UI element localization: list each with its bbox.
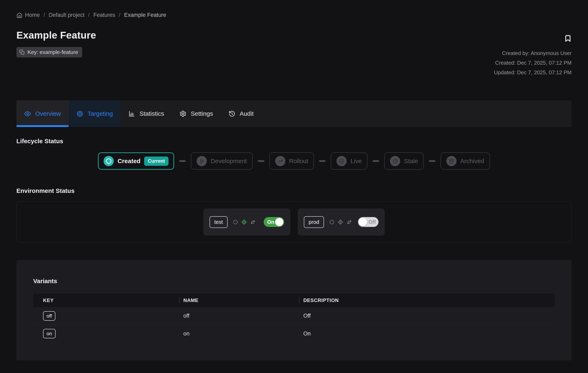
breadcrumb-separator: / (119, 12, 121, 18)
stage-created: Created Current (98, 153, 174, 170)
environment-name: test (210, 216, 228, 228)
variants-table-header-row: KEY NAME DESCRIPTION (33, 294, 555, 307)
environment-card-prod: prod Off (298, 208, 385, 236)
breadcrumb-label: Features (93, 12, 115, 18)
table-row: on on On (33, 325, 555, 342)
updated-date-text: Updated: Dec 7, 2025, 07:12 PM (494, 68, 572, 77)
swap-arrows-icon (346, 219, 352, 225)
gear-icon (179, 110, 186, 117)
feature-tabbar: Overview Targeting Statistics Settings A… (16, 100, 572, 127)
tab-statistics[interactable]: Statistics (121, 100, 172, 127)
feature-header: Example Feature Key: example-feature Cre… (16, 29, 572, 77)
column-header-name: NAME (179, 294, 299, 307)
swap-arrows-icon (250, 219, 256, 225)
breadcrumb-project[interactable]: Default project (49, 12, 84, 18)
column-header-key: KEY (33, 294, 179, 307)
environment-card-test: test On (203, 208, 290, 236)
breadcrumb-label: Example Feature (124, 12, 166, 18)
tab-targeting[interactable]: Targeting (69, 100, 121, 127)
variant-description: Off (299, 307, 555, 325)
variants-card: Variants KEY NAME DESCRIPTION off off Of… (16, 260, 572, 361)
variant-key-chip: on (43, 329, 56, 338)
lifecycle-stages: Created Current Development Rollout Live (16, 153, 572, 170)
toggle-knob (359, 218, 367, 226)
toggle-label: On (267, 217, 274, 227)
stage-dot (336, 156, 347, 166)
crosshair-icon (241, 219, 247, 225)
bar-chart-icon (128, 110, 135, 117)
copy-icon (19, 49, 25, 55)
created-date-text: Created: Dec 7, 2025, 07:12 PM (494, 58, 572, 68)
target-icon (76, 110, 83, 117)
archive-icon (449, 158, 454, 164)
environment-heading: Environment Status (16, 187, 572, 194)
breadcrumb-separator: / (88, 12, 90, 18)
environment-panel: test On prod Off (16, 201, 572, 243)
tab-overview[interactable]: Overview (16, 100, 69, 127)
trending-up-icon (278, 158, 283, 164)
breadcrumb-label: Default project (49, 12, 84, 18)
bookmark-icon (564, 34, 572, 43)
page-title: Example Feature (16, 29, 96, 41)
feature-key-chip[interactable]: Key: example-feature (16, 47, 82, 57)
stage-connector (373, 160, 379, 162)
environment-name: prod (304, 216, 324, 228)
environment-toggle-prod[interactable]: Off (358, 217, 378, 227)
stage-dot (446, 156, 457, 166)
stage-connector (179, 160, 186, 162)
stage-dot (390, 156, 400, 166)
stage-label: Live (350, 158, 362, 165)
stage-dot (275, 156, 285, 166)
stage-connector (429, 160, 435, 162)
column-header-description: DESCRIPTION (299, 294, 555, 307)
feature-meta: Created by: Anonymous User Created: Dec … (494, 48, 572, 77)
history-icon (229, 110, 235, 117)
stage-live: Live (331, 153, 368, 170)
environment-toggle-test[interactable]: On (264, 217, 284, 227)
toggle-label: Off (368, 217, 376, 227)
stage-label: Stale (404, 158, 418, 165)
variants-table: KEY NAME DESCRIPTION off off Off on on O… (33, 294, 555, 342)
play-icon (199, 158, 205, 164)
stage-label: Created (117, 158, 140, 165)
active-tab-indicator (16, 125, 69, 127)
bookmark-button[interactable] (564, 34, 572, 44)
tab-label: Statistics (139, 110, 164, 117)
stage-label: Archived (460, 158, 484, 165)
stage-stale: Stale (384, 153, 424, 170)
breadcrumb-home[interactable]: Home (16, 12, 40, 18)
breadcrumb-label: Home (25, 12, 40, 18)
tab-settings[interactable]: Settings (172, 100, 220, 127)
breadcrumb-separator: / (43, 12, 45, 18)
tab-label: Overview (35, 110, 61, 117)
check-circle-icon (339, 158, 345, 164)
variants-heading: Variants (33, 278, 555, 285)
stage-connector (319, 160, 326, 162)
ring-icon (106, 158, 111, 164)
stage-dot (197, 156, 207, 166)
circle-status-icon (329, 219, 334, 225)
tab-label: Targeting (88, 110, 113, 117)
environment-icons (329, 219, 352, 225)
stage-connector (258, 160, 264, 162)
breadcrumb-features[interactable]: Features (93, 12, 115, 18)
environment-icons (233, 219, 256, 225)
variant-description: On (299, 325, 555, 342)
stage-dot (104, 156, 114, 166)
variant-name: on (179, 325, 299, 342)
tab-label: Settings (191, 110, 213, 117)
toggle-knob (275, 218, 283, 226)
variant-key-chip: off (43, 311, 55, 321)
table-row: off off Off (33, 307, 555, 325)
stage-label: Development (210, 158, 247, 165)
current-stage-badge: Current (144, 156, 168, 166)
feature-detail-page: Home / Default project / Features / Exam… (0, 12, 588, 361)
tab-label: Audit (240, 110, 254, 117)
feature-header-left: Example Feature Key: example-feature (16, 29, 96, 77)
feature-key-label: Key: example-feature (28, 49, 78, 55)
eye-icon (24, 110, 31, 117)
tab-audit[interactable]: Audit (221, 100, 262, 127)
created-by-text: Created by: Anonymous User (494, 48, 572, 58)
stage-development: Development (191, 153, 252, 170)
stage-rollout: Rollout (269, 153, 314, 170)
